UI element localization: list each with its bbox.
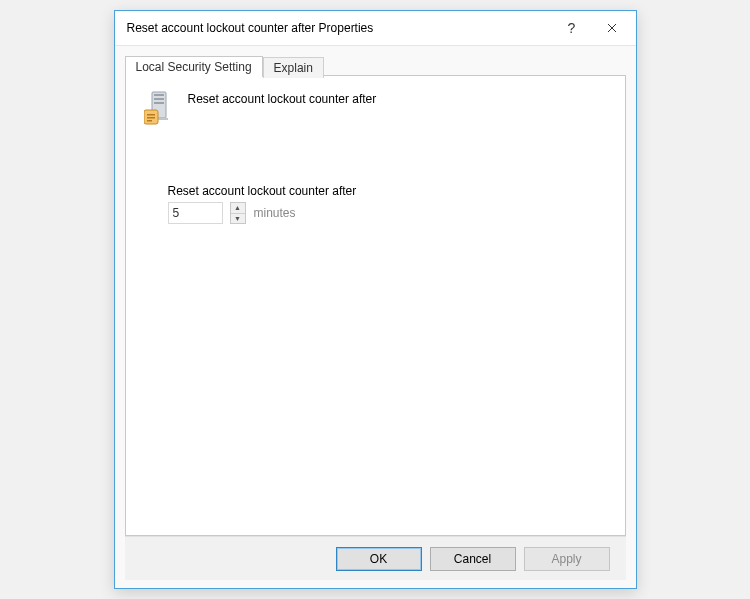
properties-dialog: Reset account lockout counter after Prop… bbox=[114, 10, 637, 589]
field-label: Reset account lockout counter after bbox=[168, 184, 607, 198]
server-policy-icon bbox=[144, 90, 176, 126]
help-button[interactable]: ? bbox=[552, 14, 592, 42]
window-title: Reset account lockout counter after Prop… bbox=[127, 21, 552, 35]
unit-label: minutes bbox=[254, 206, 296, 220]
spinner-down-button[interactable]: ▼ bbox=[231, 214, 245, 224]
svg-rect-9 bbox=[147, 117, 155, 119]
svg-rect-10 bbox=[147, 120, 152, 122]
titlebar: Reset account lockout counter after Prop… bbox=[115, 11, 636, 45]
close-icon bbox=[607, 23, 617, 33]
close-button[interactable] bbox=[592, 14, 632, 42]
svg-rect-8 bbox=[147, 114, 155, 116]
apply-button: Apply bbox=[524, 547, 610, 571]
ok-button[interactable]: OK bbox=[336, 547, 422, 571]
spinner-buttons: ▲ ▼ bbox=[230, 202, 246, 224]
svg-rect-3 bbox=[154, 94, 164, 96]
tab-strip: Local Security Setting Explain bbox=[125, 52, 626, 76]
svg-rect-5 bbox=[154, 102, 164, 104]
tab-panel-setting: Reset account lockout counter after Rese… bbox=[125, 75, 626, 536]
tab-explain[interactable]: Explain bbox=[263, 57, 324, 78]
svg-rect-4 bbox=[154, 98, 164, 100]
tab-local-security-setting[interactable]: Local Security Setting bbox=[125, 56, 263, 77]
policy-title: Reset account lockout counter after bbox=[188, 90, 377, 106]
spinner-up-button[interactable]: ▲ bbox=[231, 203, 245, 214]
dialog-footer: OK Cancel Apply bbox=[125, 536, 626, 580]
minutes-input[interactable] bbox=[168, 202, 223, 224]
help-icon: ? bbox=[568, 20, 576, 36]
cancel-button[interactable]: Cancel bbox=[430, 547, 516, 571]
